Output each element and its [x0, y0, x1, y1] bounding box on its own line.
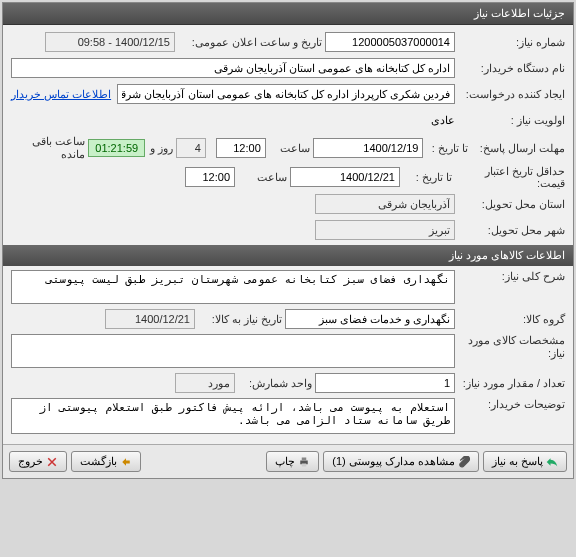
- row-validity: حداقل تاریخ اعتبار قیمت: تا تاریخ : ساعت: [11, 165, 565, 189]
- dialog-window: جزئیات اطلاعات نیاز شماره نیاز: تاریخ و …: [2, 2, 574, 479]
- row-province: استان محل تحویل:: [11, 193, 565, 215]
- validity-time-label: ساعت: [235, 171, 290, 184]
- row-buyer-note: توضیحات خریدار:: [11, 398, 565, 434]
- content-area: شماره نیاز: تاریخ و ساعت اعلان عمومی: نا…: [3, 25, 573, 444]
- respond-button-label: پاسخ به نیاز: [492, 455, 543, 468]
- description-label: شرح کلی نیاز:: [455, 270, 565, 283]
- contact-buyer-link[interactable]: اطلاعات تماس خریدار: [11, 88, 111, 101]
- svg-rect-2: [302, 463, 307, 466]
- exit-icon: [46, 456, 58, 468]
- exit-button[interactable]: خروج: [9, 451, 67, 472]
- row-creator: ایجاد کننده درخواست: اطلاعات تماس خریدار: [11, 83, 565, 105]
- province-field: [315, 194, 455, 214]
- province-label: استان محل تحویل:: [455, 198, 565, 211]
- announce-field: [45, 32, 175, 52]
- remain-label: ساعت باقی مانده: [11, 135, 88, 161]
- section-goods-header: اطلاعات کالاهای مورد نیاز: [3, 245, 573, 266]
- group-label: گروه کالا:: [455, 313, 565, 326]
- row-deadline: مهلت ارسال پاسخ: تا تاریخ : ساعت روز و 0…: [11, 135, 565, 161]
- spacer: [145, 451, 262, 472]
- need-date-label: تاریخ نیاز به کالا:: [195, 313, 285, 326]
- exit-button-label: خروج: [18, 455, 43, 468]
- group-field[interactable]: [285, 309, 455, 329]
- countdown-timer: 01:21:59: [88, 139, 145, 157]
- print-icon: [298, 456, 310, 468]
- need-number-field[interactable]: [325, 32, 455, 52]
- print-button[interactable]: چاپ: [266, 451, 319, 472]
- back-button[interactable]: بازگشت: [71, 451, 141, 472]
- days-label: روز و: [145, 142, 176, 155]
- spec-label: مشخصات کالای مورد نیاز:: [455, 334, 565, 360]
- titlebar: جزئیات اطلاعات نیاز: [3, 3, 573, 25]
- row-spec: مشخصات کالای مورد نیاز:: [11, 334, 565, 368]
- creator-label: ایجاد کننده درخواست:: [455, 88, 565, 101]
- need-number-label: شماره نیاز:: [455, 36, 565, 49]
- deadline-time-label: ساعت: [266, 142, 314, 155]
- section-goods-title: اطلاعات کالاهای مورد نیاز: [449, 249, 565, 261]
- city-field: [315, 220, 455, 240]
- row-group: گروه کالا: تاریخ نیاز به کالا:: [11, 308, 565, 330]
- city-label: شهر محل تحویل:: [455, 224, 565, 237]
- row-quantity: تعداد / مقدار مورد نیاز: واحد شمارش:: [11, 372, 565, 394]
- buyer-label: نام دستگاه خریدار:: [455, 62, 565, 75]
- unit-field: [175, 373, 235, 393]
- quantity-field[interactable]: [315, 373, 455, 393]
- print-button-label: چاپ: [275, 455, 295, 468]
- deadline-label: مهلت ارسال پاسخ:: [471, 142, 565, 155]
- button-bar: پاسخ به نیاز مشاهده مدارک پیوستی (1) چاپ…: [3, 444, 573, 478]
- view-attachments-label: مشاهده مدارک پیوستی (1): [332, 455, 455, 468]
- deadline-time-field[interactable]: [216, 138, 266, 158]
- row-city: شهر محل تحویل:: [11, 219, 565, 241]
- announce-label: تاریخ و ساعت اعلان عمومی:: [175, 36, 325, 49]
- unit-label: واحد شمارش:: [235, 377, 315, 390]
- row-buyer: نام دستگاه خریدار:: [11, 57, 565, 79]
- respond-button[interactable]: پاسخ به نیاز: [483, 451, 567, 472]
- row-description: شرح کلی نیاز:: [11, 270, 565, 304]
- buyer-note-field[interactable]: [11, 398, 455, 434]
- days-remaining-field: [176, 138, 206, 158]
- view-attachments-button[interactable]: مشاهده مدارک پیوستی (1): [323, 451, 479, 472]
- validity-date-field[interactable]: [290, 167, 400, 187]
- description-field[interactable]: [11, 270, 455, 304]
- titlebar-text: جزئیات اطلاعات نیاز: [474, 7, 565, 19]
- back-icon: [120, 456, 132, 468]
- row-need-number: شماره نیاز: تاریخ و ساعت اعلان عمومی:: [11, 31, 565, 53]
- attachment-icon: [458, 456, 470, 468]
- validity-label: حداقل تاریخ اعتبار قیمت:: [455, 165, 565, 189]
- creator-field[interactable]: [117, 84, 455, 104]
- spec-field[interactable]: [11, 334, 455, 368]
- to-date-label: تا تاریخ :: [423, 142, 471, 155]
- reply-icon: [546, 456, 558, 468]
- svg-rect-1: [302, 457, 307, 460]
- need-date-field: [105, 309, 195, 329]
- priority-value: عادی: [431, 114, 455, 127]
- quantity-label: تعداد / مقدار مورد نیاز:: [455, 377, 565, 390]
- deadline-date-field[interactable]: [313, 138, 423, 158]
- row-priority: اولویت نیاز : عادی: [11, 109, 565, 131]
- buyer-note-label: توضیحات خریدار:: [455, 398, 565, 411]
- validity-to-date-label: تا تاریخ :: [400, 171, 455, 184]
- validity-time-field[interactable]: [185, 167, 235, 187]
- buyer-field[interactable]: [11, 58, 455, 78]
- back-button-label: بازگشت: [80, 455, 117, 468]
- priority-label: اولویت نیاز :: [455, 114, 565, 127]
